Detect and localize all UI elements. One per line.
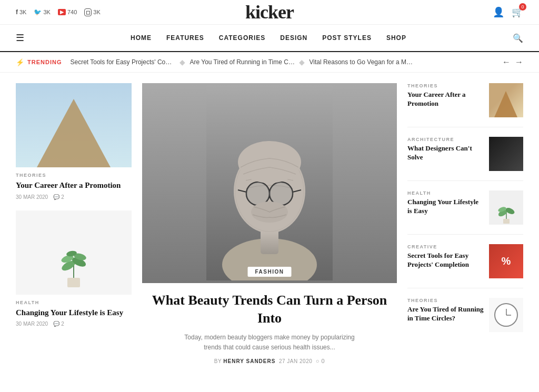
center-feature: FASHION What Beauty Trends Can Turn a Pe… <box>142 83 397 364</box>
feature-title[interactable]: What Beauty Trends Can Turn a Person Int… <box>142 292 397 327</box>
comment-icon-1: 💬 <box>53 321 59 327</box>
left-card-0-date: 30 MAR 2020 <box>16 194 48 200</box>
hamburger-icon[interactable]: ☰ <box>16 32 24 44</box>
social-youtube[interactable]: ▶ 740 <box>58 9 77 15</box>
feature-description: Today, modern beauty bloggers make money… <box>180 333 359 353</box>
social-instagram[interactable]: ◻ 3K <box>84 8 100 16</box>
left-card-0-comments: 💬 2 <box>53 194 64 200</box>
left-card-1-date: 30 MAR 2020 <box>16 321 48 327</box>
thumb-plant-img <box>489 190 523 225</box>
trending-label: ⚡ TRENDING <box>16 58 62 66</box>
trending-item-2[interactable]: Vital Reasons to Go Vegan for a Month <box>309 58 414 66</box>
right-article-3-category: CREATIVE <box>407 244 484 249</box>
left-card-0-category: THEORIES <box>16 173 132 178</box>
main-content: THEORIES Your Career After a Promotion 3… <box>0 73 539 375</box>
right-article-3: CREATIVE Secret Tools for Easy Projects'… <box>407 244 523 288</box>
nav-link-poststyles[interactable]: POST STYLES <box>322 34 372 42</box>
trending-items: Secret Tools for Easy Projects' Compl ..… <box>70 58 494 67</box>
right-article-1-title[interactable]: What Designers Can't Solve <box>407 144 484 162</box>
left-card-1: HEALTH Changing Your Lifestyle is Easy 3… <box>16 210 132 327</box>
left-card-1-category: HEALTH <box>16 300 132 305</box>
cart-badge: 0 <box>519 3 526 11</box>
right-article-1-category: ARCHITECTURE <box>407 137 484 142</box>
search-icon[interactable]: 🔍 <box>513 33 523 43</box>
right-article-4-image[interactable] <box>489 298 523 332</box>
nav-link-design[interactable]: DESIGN <box>280 34 307 42</box>
thumb-clock-img <box>489 298 523 332</box>
masked-person-svg <box>206 86 333 280</box>
right-article-4-text: THEORIES Are You Tired of Running in Tim… <box>407 298 484 332</box>
nav-link-home[interactable]: HOME <box>131 34 152 42</box>
top-bar: f 3K 🐦 3K ▶ 740 ◻ 3K kicker 👤 🛒 0 <box>0 0 539 25</box>
right-article-2-title[interactable]: Changing Your Lifestyle is Easy <box>407 198 484 216</box>
nav-item-design[interactable]: DESIGN <box>280 34 307 42</box>
left-card-1-image[interactable] <box>16 210 132 295</box>
trending-item-0[interactable]: Secret Tools for Easy Projects' Compl ..… <box>70 58 175 66</box>
nav-item-features[interactable]: FEATURES <box>166 34 204 42</box>
social-twitter[interactable]: 🐦 3K <box>34 8 50 16</box>
right-article-3-image[interactable]: % <box>489 244 523 278</box>
right-article-1-text: ARCHITECTURE What Designers Can't Solve <box>407 137 484 171</box>
nav-links: HOME FEATURES CATEGORIES DESIGN POST STY… <box>24 34 513 42</box>
trending-sep-0: ◆ <box>179 58 185 67</box>
trending-next-arrow[interactable]: → <box>515 57 523 67</box>
right-article-0-category: THEORIES <box>407 83 484 88</box>
svg-rect-21 <box>503 219 510 224</box>
right-article-0-image[interactable] <box>489 83 523 117</box>
left-card-0-title[interactable]: Your Career After a Promotion <box>16 180 132 191</box>
facebook-count: 3K <box>19 9 26 15</box>
twitter-count: 3K <box>43 9 50 15</box>
feature-badge: FASHION <box>248 267 292 277</box>
feature-author-name[interactable]: HENRY SANDERS <box>223 358 275 364</box>
nav-link-features[interactable]: FEATURES <box>166 34 204 42</box>
left-card-0-image[interactable] <box>16 83 132 167</box>
plant-svg <box>53 232 95 289</box>
right-article-1: ARCHITECTURE What Designers Can't Solve <box>407 137 523 181</box>
youtube-count: 740 <box>67 9 77 15</box>
feature-image <box>142 83 397 283</box>
nav-bar: ☰ HOME FEATURES CATEGORIES DESIGN POST S… <box>0 25 539 52</box>
nav-link-shop[interactable]: SHOP <box>386 34 406 42</box>
twitter-icon: 🐦 <box>34 8 42 16</box>
cart-icon-wrap[interactable]: 🛒 0 <box>512 6 523 18</box>
trending-text: TRENDING <box>27 59 62 65</box>
nav-item-poststyles[interactable]: POST STYLES <box>322 34 372 42</box>
nav-item-home[interactable]: HOME <box>131 34 152 42</box>
trending-item-1[interactable]: Are You Tired of Running in Time Circl..… <box>189 58 295 66</box>
feature-author-line: BY HENRY SANDERS 27 JAN 2020 ○ 0 <box>214 358 325 364</box>
social-facebook[interactable]: f 3K <box>16 8 26 16</box>
left-sidebar: THEORIES Your Career After a Promotion 3… <box>16 83 132 364</box>
left-card-1-title[interactable]: Changing Your Lifestyle is Easy <box>16 308 132 318</box>
arch-triangle <box>37 99 111 167</box>
svg-point-20 <box>238 141 301 183</box>
user-icon[interactable]: 👤 <box>493 6 504 18</box>
right-article-4: THEORIES Are You Tired of Running in Tim… <box>407 298 523 341</box>
right-article-2-image[interactable] <box>489 190 523 225</box>
right-sidebar: THEORIES Your Career After a Promotion A… <box>407 83 523 364</box>
thumb-arch-img <box>489 83 523 117</box>
left-card-1-meta: 30 MAR 2020 💬 2 <box>16 321 132 327</box>
nav-item-shop[interactable]: SHOP <box>386 34 406 42</box>
svg-rect-0 <box>67 278 80 287</box>
clock-face <box>494 303 518 327</box>
trending-bar: ⚡ TRENDING Secret Tools for Easy Project… <box>0 52 539 73</box>
red-thumb-icon: % <box>502 255 511 267</box>
nav-item-categories[interactable]: CATEGORIES <box>219 34 265 42</box>
comment-icon-0: 💬 <box>53 194 59 200</box>
right-article-3-text: CREATIVE Secret Tools for Easy Projects'… <box>407 244 484 278</box>
site-title: kicker <box>245 1 294 23</box>
right-article-4-category: THEORIES <box>407 298 484 303</box>
nav-link-categories[interactable]: CATEGORIES <box>219 34 265 42</box>
instagram-icon: ◻ <box>84 8 92 16</box>
trending-nav: ← → <box>502 57 523 67</box>
right-article-0-title[interactable]: Your Career After a Promotion <box>407 91 484 108</box>
thumb-plant-svg <box>496 196 517 225</box>
feature-image-wrap[interactable]: FASHION <box>142 83 397 283</box>
right-article-1-image[interactable] <box>489 137 523 171</box>
right-article-4-title[interactable]: Are You Tired of Running in Time Circles… <box>407 305 484 323</box>
social-links: f 3K 🐦 3K ▶ 740 ◻ 3K <box>16 8 101 16</box>
top-right-actions: 👤 🛒 0 <box>493 6 523 18</box>
lightning-icon: ⚡ <box>16 58 25 66</box>
trending-prev-arrow[interactable]: ← <box>502 57 511 67</box>
right-article-3-title[interactable]: Secret Tools for Easy Projects' Completi… <box>407 252 484 269</box>
